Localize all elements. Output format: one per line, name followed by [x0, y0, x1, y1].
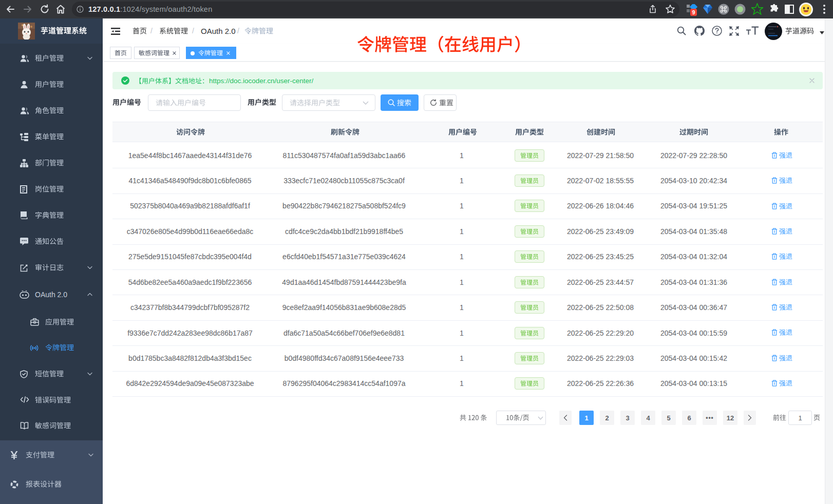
- svg-text:9: 9: [692, 9, 695, 15]
